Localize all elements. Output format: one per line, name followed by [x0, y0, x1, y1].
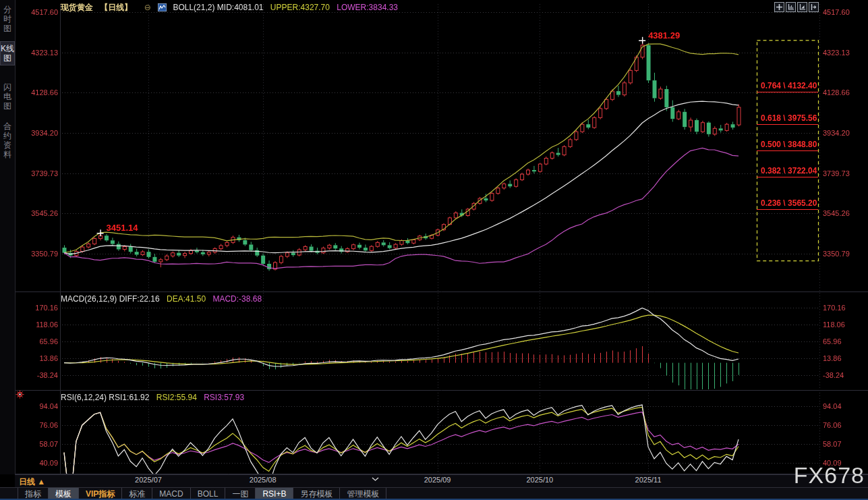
scale-axis-icon[interactable]	[797, 2, 807, 12]
rsi-settings-icon[interactable]	[16, 389, 24, 401]
price-axis-label-left: 4323.13	[23, 49, 58, 57]
price-axis-label-right: 3934.20	[823, 129, 850, 137]
collapse-icon[interactable]: ⊖	[144, 3, 151, 12]
sidebar-tab-闪电图[interactable]: 闪电图	[1, 80, 14, 113]
scroll-position-marker-icon[interactable]	[372, 472, 379, 484]
bottom-tab-RSI+B[interactable]: RSI+B	[256, 488, 293, 499]
x-axis-tick-label: 2025/11	[635, 476, 662, 484]
rsi-axis-label-right: 94.04	[823, 402, 842, 410]
price-axis-label-right: 3350.79	[823, 250, 850, 258]
price-axis-label-right: 4323.13	[823, 49, 850, 57]
price-axis-label-right: 3739.73	[823, 169, 850, 177]
price-axis-label-left: 3350.79	[23, 250, 58, 258]
left-sidebar: 分时图K线图闪电图合约资料	[0, 0, 16, 474]
main-chart-header: 现货黄金 【日线】 ⊖ BOLL(21,2) MID:4081.01 UPPER…	[61, 2, 403, 13]
price-axis-label-left: 3739.73	[23, 169, 58, 177]
zoom-axis-icon[interactable]	[786, 2, 796, 12]
rsi1-label: RSI(6,12,24) RSI1:61.92	[61, 393, 149, 402]
price-axis-label-right: 4128.66	[823, 88, 850, 96]
bottom-toolbar: 指标模板VIP指标标准MACDBOLL一图RSI+B另存模板管理模板	[0, 487, 868, 499]
fib-level-label: 0.618 \ 3975.56	[761, 113, 817, 123]
bottom-tab-一图[interactable]: 一图	[225, 488, 256, 499]
x-axis-tick-label: 2025/08	[250, 476, 277, 484]
boll-lower-label: LOWER:3834.33	[337, 3, 398, 12]
price-axis-label-left: 4517.60	[23, 8, 58, 16]
rsi-panel-header: RSI(6,12,24) RSI1:61.92 RSI2:55.94 RSI3:…	[61, 393, 249, 402]
crosshair-icon[interactable]	[774, 2, 784, 12]
macd-diff-label: MACD(26,12,9) DIFF:22.16	[61, 294, 160, 304]
chart-app-window: 分时图K线图闪电图合约资料 现货黄金 【日线】 ⊖ BOLL(21,2) MID…	[0, 0, 868, 500]
symbol-title: 现货黄金 【日线】	[61, 3, 137, 12]
boll-upper-label: UPPER:4327.70	[270, 3, 330, 12]
bottom-tab-标准[interactable]: 标准	[122, 488, 152, 499]
price-annotation: 4381.29	[648, 30, 680, 40]
chart-toolbar	[774, 2, 819, 12]
bottom-tab-指标[interactable]: 指标	[18, 488, 49, 499]
x-axis-tick-label: 2025/07	[135, 476, 162, 484]
rsi2-label: RSI2:55.94	[156, 393, 197, 402]
fib-level-label: 0.500 \ 3848.80	[761, 140, 817, 149]
sidebar-tab-合约资料[interactable]: 合约资料	[1, 119, 14, 161]
price-axis-label-left: 3545.26	[23, 209, 58, 217]
macd-axis-label-left: 13.86	[23, 354, 58, 362]
main-chart-canvas[interactable]	[0, 0, 868, 500]
x-axis-tick-label: 2025/10	[526, 476, 553, 484]
fib-level-label: 0.764 \ 4132.40	[761, 81, 817, 90]
period-selector[interactable]: 日线 ▲	[19, 476, 45, 488]
macd-value-label: MACD:-38.68	[212, 294, 262, 304]
macd-axis-label-right: 118.06	[823, 321, 845, 329]
macd-axis-label-left: 170.16	[23, 304, 58, 312]
rsi-axis-label-right: 58.07	[823, 440, 842, 448]
x-axis-tick-label: 2025/09	[424, 476, 451, 484]
bottom-tab-管理模板[interactable]: 管理模板	[340, 488, 386, 499]
macd-axis-label-right: 65.96	[823, 337, 842, 345]
price-axis-label-left: 4128.66	[23, 88, 58, 96]
rsi-axis-label-right: 76.06	[823, 421, 842, 429]
bottom-tab-VIP指标[interactable]: VIP指标	[79, 488, 122, 499]
rsi-axis-label-left: 94.04	[23, 402, 58, 410]
price-annotation: 3451.14	[107, 223, 138, 233]
chart-type-icon[interactable]	[158, 3, 167, 11]
sidebar-tab-K线图[interactable]: K线图	[0, 41, 15, 65]
macd-axis-label-right: 13.86	[823, 354, 842, 362]
fib-level-label: 0.382 \ 3722.04	[761, 166, 817, 175]
macd-panel-header: MACD(26,12,9) DIFF:22.16 DEA:41.50 MACD:…	[61, 294, 266, 304]
macd-axis-label-left: 65.96	[23, 337, 58, 345]
macd-dea-label: DEA:41.50	[167, 294, 206, 304]
bottom-tab-模板[interactable]: 模板	[49, 488, 79, 499]
sidebar-tab-分时图[interactable]: 分时图	[1, 3, 14, 35]
bottom-tab-另存模板[interactable]: 另存模板	[293, 488, 340, 499]
rsi-axis-label-left: 40.09	[23, 459, 58, 467]
price-axis-label-right: 4517.60	[823, 8, 850, 16]
price-axis-label-left: 3934.20	[23, 129, 58, 137]
macd-axis-label-right: -38.24	[823, 371, 844, 379]
macd-axis-label-left: -38.24	[23, 371, 58, 379]
pan-right-icon[interactable]	[809, 2, 819, 12]
fib-level-label: 0.236 \ 3565.20	[761, 198, 817, 208]
fx678-watermark: FX678	[794, 462, 865, 489]
rsi-axis-label-left: 76.06	[23, 421, 58, 429]
bottom-tab-BOLL[interactable]: BOLL	[191, 488, 226, 499]
price-axis-label-right: 3545.26	[823, 209, 850, 217]
rsi-axis-label-left: 58.07	[23, 440, 58, 448]
boll-mid-label: BOLL(21,2) MID:4081.01	[173, 3, 263, 12]
macd-axis-label-left: 118.06	[23, 321, 58, 329]
bottom-tab-MACD[interactable]: MACD	[152, 488, 190, 499]
macd-axis-label-right: 170.16	[823, 304, 846, 312]
rsi3-label: RSI3:57.93	[204, 393, 244, 402]
